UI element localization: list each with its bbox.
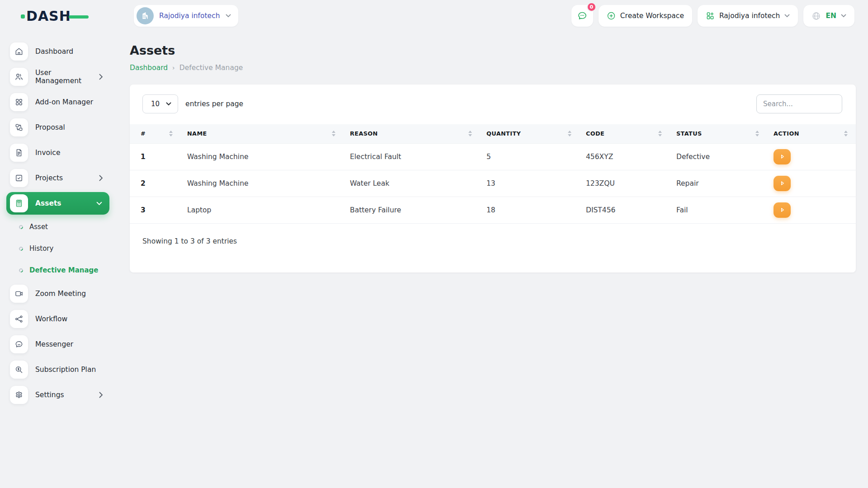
cell-status: Defective: [670, 143, 767, 170]
sort-icon[interactable]: [658, 131, 662, 136]
table-row: 2 Washing Machine Water Leak 13 123ZQU R…: [130, 170, 856, 197]
sidebar-item-addon-manager[interactable]: Add-on Manager: [0, 89, 118, 115]
sidebar-item-assets[interactable]: Assets: [6, 192, 109, 215]
sort-icon[interactable]: [468, 131, 472, 136]
sidebar-item-label: Workflow: [35, 315, 67, 323]
chat-bubble-icon: [577, 10, 588, 21]
column-header-num[interactable]: #: [130, 124, 181, 143]
chevron-right-icon: [99, 175, 103, 181]
entries-per-page-select[interactable]: 10: [142, 94, 178, 113]
sidebar-item-settings[interactable]: Settings: [0, 382, 118, 408]
sidebar-item-label: Projects: [35, 174, 63, 182]
invoice-icon: [10, 144, 28, 162]
view-action-button[interactable]: [774, 176, 791, 191]
bullet-icon: [18, 224, 24, 230]
sidebar-item-label: Invoice: [35, 149, 60, 157]
chevron-down-icon: [226, 14, 231, 18]
column-header-action[interactable]: ACTION: [767, 124, 856, 143]
sidebar-item-label: Subscription Plan: [35, 366, 96, 374]
column-header-reason[interactable]: REASON: [344, 124, 480, 143]
breadcrumb-dashboard-link[interactable]: Dashboard: [130, 64, 168, 72]
users-icon: [10, 68, 28, 86]
caret-right-icon: [779, 180, 785, 186]
sidebar-item-label: Dashboard: [35, 47, 73, 56]
topbar: DASH Rajodiya infotech: [0, 0, 868, 32]
chevron-down-icon: [784, 14, 790, 18]
notifications-badge: 0: [587, 2, 596, 12]
proposal-icon: [10, 118, 28, 136]
column-header-status[interactable]: STATUS: [670, 124, 767, 143]
sidebar-item-label: Settings: [35, 391, 64, 399]
building-icon: [141, 11, 150, 20]
sort-icon[interactable]: [169, 131, 173, 136]
sidebar-item-zoom-meeting[interactable]: Zoom Meeting: [0, 281, 118, 306]
chevron-right-icon: [99, 74, 103, 80]
cell-name: Washing Machine: [181, 170, 344, 197]
cell-num: 2: [130, 170, 181, 197]
home-icon: [10, 42, 28, 61]
submenu-item-history[interactable]: History: [0, 238, 118, 259]
workspace-menu-label: Rajodiya infotech: [719, 12, 780, 20]
sort-icon[interactable]: [568, 131, 571, 136]
table-row: 3 Laptop Battery Failure 18 DIST456 Fail: [130, 197, 856, 223]
breadcrumb-separator-icon: ›: [172, 64, 175, 71]
topbar-right: 0 Create Workspace Raj: [571, 5, 854, 27]
check-square-icon: [10, 169, 28, 187]
view-action-button[interactable]: [774, 202, 791, 218]
chevron-down-icon: [96, 202, 102, 206]
workspace-switcher[interactable]: Rajodiya infotech: [134, 5, 238, 27]
sidebar-item-workflow[interactable]: Workflow: [0, 306, 118, 332]
caret-right-icon: [779, 154, 785, 160]
sidebar-item-projects[interactable]: Projects: [0, 165, 118, 191]
table-row: 1 Washing Machine Electrical Fault 5 456…: [130, 143, 856, 170]
sidebar: Dashboard User Management Add-on Ma: [0, 39, 118, 408]
sidebar-item-messenger[interactable]: Messenger: [0, 332, 118, 357]
cell-action: [767, 143, 856, 170]
cell-num: 3: [130, 197, 181, 223]
sort-icon[interactable]: [755, 131, 759, 136]
cell-reason: Electrical Fault: [344, 143, 480, 170]
cell-code: 123ZQU: [580, 170, 670, 197]
assets-submenu: Asset History Defective Manage: [0, 216, 118, 281]
sidebar-item-proposal[interactable]: Proposal: [0, 115, 118, 140]
workspace-menu[interactable]: Rajodiya infotech: [698, 5, 798, 27]
grid-icon: [10, 93, 28, 111]
page-header: Assets Dashboard › Defective Manage: [118, 32, 868, 72]
cell-name: Washing Machine: [181, 143, 344, 170]
defective-assets-table: # NAME REASON QUANTITY C: [130, 124, 856, 224]
column-header-quantity[interactable]: QUANTITY: [480, 124, 580, 143]
cell-reason: Water Leak: [344, 170, 480, 197]
page-title: Assets: [130, 43, 856, 57]
sidebar-item-dashboard[interactable]: Dashboard: [0, 39, 118, 64]
language-label: EN: [826, 12, 836, 20]
sidebar-item-label: Messenger: [35, 340, 73, 348]
cell-status: Fail: [670, 197, 767, 223]
search-dollar-icon: [10, 361, 28, 379]
cell-code: 456XYZ: [580, 143, 670, 170]
column-header-code[interactable]: CODE: [580, 124, 670, 143]
submenu-item-label: History: [29, 244, 53, 253]
search-input[interactable]: [756, 94, 842, 113]
view-action-button[interactable]: [774, 149, 791, 164]
messages-button[interactable]: 0: [571, 5, 593, 27]
language-selector[interactable]: EN: [803, 5, 854, 27]
sidebar-item-subscription-plan[interactable]: Subscription Plan: [0, 357, 118, 382]
sort-icon[interactable]: [844, 131, 848, 136]
submenu-item-label: Defective Manage: [29, 266, 98, 274]
bullet-icon: [18, 267, 24, 273]
breadcrumb: Dashboard › Defective Manage: [130, 64, 856, 72]
brand-logo[interactable]: DASH: [26, 8, 94, 24]
messenger-icon: [10, 335, 28, 353]
submenu-item-defective-manage[interactable]: Defective Manage: [0, 259, 118, 281]
entries-per-page-label: entries per page: [185, 100, 243, 108]
column-header-name[interactable]: NAME: [181, 124, 344, 143]
cell-quantity: 18: [480, 197, 580, 223]
sort-icon[interactable]: [332, 131, 335, 136]
sidebar-item-invoice[interactable]: Invoice: [0, 140, 118, 165]
submenu-item-asset[interactable]: Asset: [0, 216, 118, 238]
sidebar-item-user-management[interactable]: User Management: [0, 64, 118, 89]
create-workspace-button[interactable]: Create Workspace: [599, 5, 692, 27]
chevron-down-icon: [166, 102, 171, 106]
sidebar-item-label: Add-on Manager: [35, 98, 93, 106]
caret-right-icon: [779, 207, 785, 213]
